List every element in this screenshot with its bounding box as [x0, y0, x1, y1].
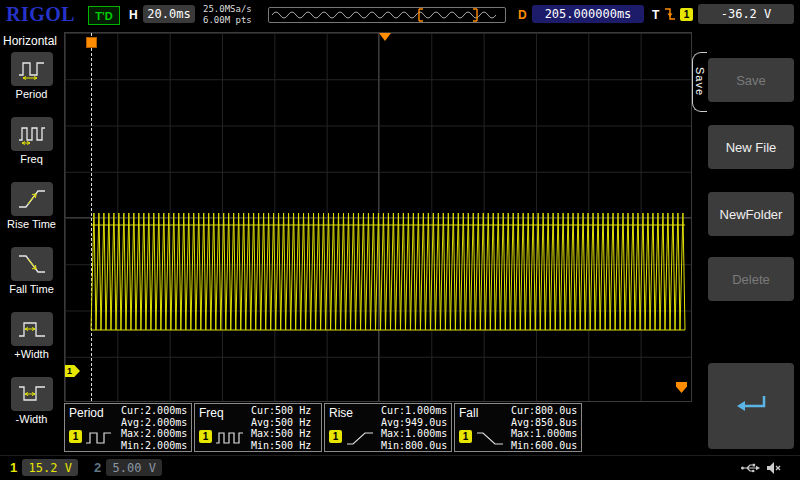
measurement-avg: Avg:2.000ms [121, 417, 187, 429]
waveform-preview [268, 7, 506, 23]
channel-badge: 1 [199, 430, 212, 443]
trigger-label: T [652, 8, 659, 22]
measure-sidebar: Horizontal Period Freq [0, 30, 63, 455]
fall-time-icon [11, 247, 53, 281]
channel2-number: 2 [94, 460, 101, 475]
channel-badge: 1 [459, 430, 472, 443]
measurement-min: Min:500 Hz [251, 440, 311, 452]
sidebar-item-label: Freq [20, 154, 43, 165]
oscilloscope-screen: RIGOL T'D H 20.0ms 25.0MSa/s 6.00M pts D… [0, 0, 800, 480]
fall-waveform-icon [475, 430, 505, 450]
measurement-freq: Freq 1 Cur:500 Hz Avg:500 Hz Max:500 Hz … [194, 403, 322, 452]
channel-badge: 1 [69, 430, 82, 443]
measurement-max: Max:1.000ms [511, 428, 577, 440]
measurement-avg: Avg:949.0us [381, 417, 447, 429]
plus-width-icon [11, 312, 53, 346]
display-area: 1 [64, 32, 692, 402]
sidebar-item-plus-width[interactable]: +Width [0, 310, 63, 375]
channel-bar: 1 15.2 V 2 5.00 V [0, 455, 800, 480]
trigger-level-value[interactable]: -36.2 V [698, 4, 794, 24]
measurement-rise: Rise 1 Cur:1.000ms Avg:949.0us Max:1.000… [324, 403, 452, 452]
delete-button[interactable]: Delete [708, 257, 794, 301]
freq-icon [11, 117, 53, 151]
softkey-menu: Save Save New File NewFolder Delete [692, 30, 800, 455]
sidebar-item-label: -Width [16, 414, 48, 425]
sidebar-item-label: Rise Time [7, 219, 56, 230]
sidebar-item-label: Period [16, 89, 48, 100]
menu-tab-label: Save [694, 67, 706, 96]
measurement-fall: Fall 1 Cur:800.0us Avg:850.8us Max:1.000… [454, 403, 582, 452]
measurement-min: Min:600.0us [511, 440, 577, 452]
return-arrow-icon [731, 390, 771, 423]
channel1-waveform [65, 33, 693, 403]
rise-waveform-icon [345, 430, 375, 450]
freq-waveform-icon [215, 430, 245, 450]
back-button[interactable] [708, 363, 794, 449]
measurement-avg: Avg:850.8us [511, 417, 577, 429]
measurement-cur: Cur:500 Hz [251, 405, 311, 417]
sidebar-item-period[interactable]: Period [0, 50, 63, 115]
measurement-max: Max:2.000ms [121, 428, 187, 440]
channel2-indicator[interactable]: 2 5.00 V [94, 459, 162, 476]
measurement-cur: Cur:1.000ms [381, 405, 447, 417]
sidebar-item-fall-time[interactable]: Fall Time [0, 245, 63, 310]
status-bar: RIGOL T'D H 20.0ms 25.0MSa/s 6.00M pts D… [0, 0, 800, 30]
acquisition-info: 25.0MSa/s 6.00M pts [203, 4, 252, 26]
sidebar-item-rise-time[interactable]: Rise Time [0, 180, 63, 245]
new-folder-button[interactable]: NewFolder [708, 192, 794, 236]
falling-edge-icon [664, 6, 676, 26]
sidebar-title: Horizontal [0, 30, 63, 50]
sidebar-item-minus-width[interactable]: -Width [0, 375, 63, 440]
menu-tab-save: Save [692, 52, 707, 112]
measurement-cur: Cur:2.000ms [121, 405, 187, 417]
sidebar-item-label: Fall Time [9, 284, 54, 295]
timebase-value[interactable]: 20.0ms [143, 5, 195, 23]
trigger-status-badge: T'D [88, 6, 120, 25]
memory-depth: 6.00M pts [203, 15, 252, 26]
delay-value[interactable]: 205.000000ms [532, 5, 644, 23]
measurement-max: Max:1.000ms [381, 428, 447, 440]
measurement-name: Rise [329, 406, 353, 420]
save-button[interactable]: Save [708, 58, 794, 102]
measurement-cur: Cur:800.0us [511, 405, 577, 417]
channel1-scale: 15.2 V [22, 459, 78, 476]
channel-badge: 1 [329, 430, 342, 443]
measurement-row: Period 1 Cur:2.000ms Avg:2.000ms Max:2.0… [64, 403, 692, 453]
period-waveform-icon [85, 430, 115, 450]
sample-rate: 25.0MSa/s [203, 4, 252, 15]
rigol-logo: RIGOL [6, 3, 75, 26]
new-file-button[interactable]: New File [708, 125, 794, 169]
delay-position-marker[interactable] [379, 33, 391, 41]
channel2-scale: 5.00 V [106, 459, 162, 476]
speaker-muted-icon [766, 461, 782, 479]
measurement-name: Freq [199, 406, 224, 420]
rise-time-icon [11, 182, 53, 216]
delay-label: D [518, 8, 527, 22]
trigger-source-badge: 1 [680, 8, 693, 21]
sidebar-item-label: +Width [14, 349, 49, 360]
period-icon [11, 52, 53, 86]
measurement-period: Period 1 Cur:2.000ms Avg:2.000ms Max:2.0… [64, 403, 192, 452]
sidebar-item-freq[interactable]: Freq [0, 115, 63, 180]
preview-waveform-icon [269, 8, 505, 22]
measurement-min: Min:2.000ms [121, 440, 187, 452]
measurement-max: Max:500 Hz [251, 428, 311, 440]
channel1-indicator[interactable]: 1 15.2 V [10, 459, 78, 476]
trigger-position-marker[interactable] [86, 37, 97, 48]
horizontal-label: H [129, 8, 138, 22]
measurement-name: Period [69, 406, 104, 420]
channel1-number: 1 [10, 460, 17, 475]
minus-width-icon [11, 377, 53, 411]
measurement-min: Min:800.0us [381, 440, 447, 452]
usb-icon [740, 461, 760, 479]
measurement-avg: Avg:500 Hz [251, 417, 311, 429]
measurement-name: Fall [459, 406, 478, 420]
